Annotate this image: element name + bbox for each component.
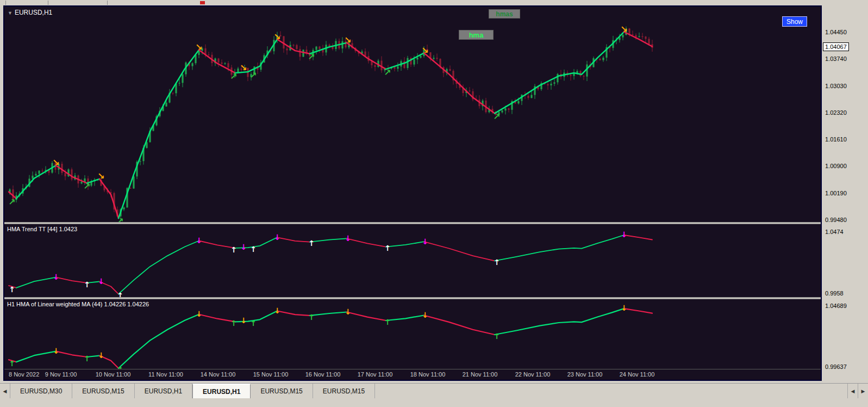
symbol-label: ▼EURUSD,H1 xyxy=(8,9,52,16)
signal-arrow-down: ↓ xyxy=(621,230,627,239)
tab-nav-left-icon[interactable]: ◀ xyxy=(847,384,858,398)
price-axis-label: 1.04450 xyxy=(825,29,847,35)
chart-tab-3[interactable]: EURUSD,H1 xyxy=(135,384,192,398)
signal-arrow-up: ↑ xyxy=(308,313,315,322)
tab-scroll-left-icon[interactable]: ◀ xyxy=(0,384,10,398)
time-label: 18 Nov 11:00 xyxy=(410,371,446,378)
signal-arrows: ↗↘↗↘↗↘↗↘↗↘↗↘↗↘↗↘ xyxy=(8,24,627,222)
symbol-text: EURUSD,H1 xyxy=(15,9,52,16)
hma-trend-panel[interactable]: ↑↓↑↓↑↓↑↓↑↓↑↓↑↓↑↓ HMA Trend TT [44] 1.042… xyxy=(4,224,821,297)
chart-tab-4-active[interactable]: EURUSD,H1 xyxy=(192,384,251,398)
signal-arrow-down: ↓ xyxy=(274,306,280,315)
hma-line xyxy=(9,235,652,294)
collapse-triangle-icon[interactable]: ▼ xyxy=(8,10,13,16)
signal-arrow-up: ↗ xyxy=(8,197,15,207)
time-label: 23 Nov 11:00 xyxy=(567,371,603,378)
signal-arrow-down: ↓ xyxy=(98,351,104,360)
signal-arrow-up: ↗ xyxy=(83,181,90,192)
signal-arrow-up: ↑ xyxy=(9,285,15,294)
signal-arrow-down: ↓ xyxy=(240,243,247,251)
tab-nav-right-icon[interactable]: ▶ xyxy=(858,384,868,398)
signal-arrow-up: ↑ xyxy=(230,319,237,328)
show-button[interactable]: Show xyxy=(782,16,807,27)
signal-arrows: ↑↓↑↓↑↓↑↓↑↓↑↓↑↓↑↓ xyxy=(9,304,627,369)
time-label: 14 Nov 11:00 xyxy=(201,371,236,378)
signal-arrow-up: ↑ xyxy=(308,239,315,248)
time-label: 16 Nov 11:00 xyxy=(305,371,341,378)
signal-arrow-up: ↗ xyxy=(230,71,237,82)
signal-arrow-up: ↑ xyxy=(384,318,391,326)
chart-tab-5[interactable]: EURUSD,M15 xyxy=(251,384,313,398)
price-axis-label: 1.02320 xyxy=(825,109,847,116)
hma-line xyxy=(9,309,652,368)
hma-trend-canvas[interactable]: ↑↓↑↓↑↓↑↓↑↓↑↓↑↓↑↓ xyxy=(4,224,821,297)
time-label: 24 Nov 11:00 xyxy=(620,371,655,378)
time-label: 15 Nov 11:00 xyxy=(253,371,289,378)
signal-arrow-up: ↑ xyxy=(250,245,257,254)
signal-arrow-down: ↘ xyxy=(195,42,202,52)
signal-arrow-up: ↑ xyxy=(494,258,500,267)
signal-arrow-down: ↓ xyxy=(53,347,59,355)
chart-tab-1[interactable]: EURUSD,M30 xyxy=(10,384,72,398)
h1-hma-title: H1 HMA of Linear weighted MA (44) 1.0422… xyxy=(7,301,149,307)
signal-arrow-down: ↘ xyxy=(620,24,627,34)
main-chart-canvas[interactable]: ↗↘↗↘↗↘↗↘↗↘↗↘↗↘↗↘ xyxy=(4,7,821,222)
signal-arrow-down: ↓ xyxy=(422,237,428,246)
signal-arrow-up: ↗ xyxy=(493,112,500,122)
signal-arrow-down: ↓ xyxy=(621,304,627,312)
signal-arrow-up: ↑ xyxy=(384,244,391,252)
indicator-axis-label: 1.0474 xyxy=(825,229,844,235)
price-axis-label: 1.00190 xyxy=(825,190,847,196)
signal-arrow-down: ↓ xyxy=(196,236,202,245)
tab-nav-right: ◀▶ xyxy=(847,384,868,398)
indicator-axis-label: 0.9958 xyxy=(825,290,844,297)
time-label: 22 Nov 11:00 xyxy=(515,371,551,378)
signal-arrow-up: ↑ xyxy=(250,319,257,328)
price-axis-label: 1.00900 xyxy=(825,163,847,169)
indicator-axis-label: 1.04689 xyxy=(825,303,847,309)
time-label: 21 Nov 11:00 xyxy=(463,371,498,378)
current-price-box: 1.04067 xyxy=(823,42,849,51)
time-label: 10 Nov 11:00 xyxy=(96,371,131,378)
signal-arrow-up: ↑ xyxy=(84,354,90,363)
hmas-button[interactable]: hmas xyxy=(489,9,520,18)
signal-arrow-up: ↗ xyxy=(384,67,391,78)
signal-arrow-up: ↑ xyxy=(9,359,15,368)
chart-tab-6[interactable]: EURUSD,M15 xyxy=(313,384,375,398)
toolbar-strip xyxy=(0,0,868,5)
hma-button[interactable]: hma xyxy=(459,30,494,40)
hma-line xyxy=(9,32,652,219)
h1-hma-panel[interactable]: ↑↓↑↓↑↓↑↓↑↓↑↓↑↓↑↓ H1 HMA of Linear weight… xyxy=(4,299,821,369)
signal-arrow-down: ↘ xyxy=(52,157,59,168)
chart-window: ↗↘↗↘↗↘↗↘↗↘↗↘↗↘↗↘ ▼EURUSD,H1 hmas hma Sho… xyxy=(3,5,822,381)
main-chart-panel[interactable]: ↗↘↗↘↗↘↗↘↗↘↗↘↗↘↗↘ ▼EURUSD,H1 hmas hma Sho… xyxy=(4,7,821,222)
time-label: 11 Nov 11:00 xyxy=(148,371,183,378)
signal-arrow-up: ↑ xyxy=(494,332,500,341)
toolbar-separator xyxy=(107,1,108,5)
price-axis-label: 1.01610 xyxy=(825,136,847,143)
signal-arrow-up: ↑ xyxy=(117,365,123,369)
hma-trend-title: HMA Trend TT [44] 1.0423 xyxy=(7,226,77,232)
signal-arrow-up: ↑ xyxy=(84,280,90,289)
indicator-axis-label: 0.99637 xyxy=(825,363,847,370)
signal-arrow-down: ↓ xyxy=(53,273,59,281)
price-axis-label: 0.99480 xyxy=(825,217,847,223)
price-axis-label: 1.03740 xyxy=(825,55,847,62)
candles xyxy=(9,27,653,218)
chart-tab-bar: ◀EURUSD,M30EURUSD,M15EURUSD,H1EURUSD,H1E… xyxy=(0,383,868,398)
signal-arrow-down: ↓ xyxy=(98,277,104,286)
h1-hma-canvas[interactable]: ↑↓↑↓↑↓↑↓↑↓↑↓↑↓↑↓ xyxy=(4,299,821,369)
time-axis: 8 Nov 20229 Nov 11:0010 Nov 11:0011 Nov … xyxy=(4,369,821,380)
signal-arrow-down: ↘ xyxy=(273,32,280,42)
signal-arrow-down: ↓ xyxy=(196,310,202,318)
signal-arrow-up: ↑ xyxy=(117,291,123,297)
signal-arrow-down: ↓ xyxy=(240,316,247,325)
time-label: 9 Nov 11:00 xyxy=(45,371,77,378)
time-label: 17 Nov 11:00 xyxy=(358,371,393,378)
signal-arrow-down: ↓ xyxy=(345,234,351,243)
chart-tab-2[interactable]: EURUSD,M15 xyxy=(72,384,134,398)
toolbar-separator xyxy=(5,1,6,5)
signal-arrow-up: ↑ xyxy=(230,245,237,254)
toolbar-separator xyxy=(48,1,48,5)
signal-arrow-up: ↗ xyxy=(308,52,315,62)
